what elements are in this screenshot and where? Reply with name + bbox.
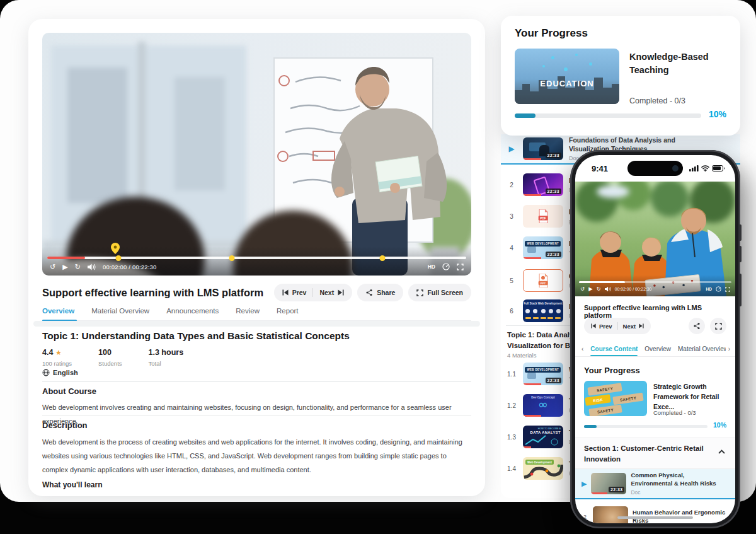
screenshot-canvas: ↺ ▶ ↻ 00:02:00 / 00:22:30 HD Support eff… [0,0,756,534]
phone-page-title: Support effective learning with LMS plat… [584,304,728,319]
topic-stats: 4.4 ★ 100 ratings 100 Students 1.3 hours… [42,348,183,367]
your-progress-card: Your Progress EDUCATION Knowledge-Based … [501,16,740,136]
tab-material-overview[interactable]: Material Overview [91,307,149,315]
phone-video-controls: ↺ ▶ ↻ 00:02:00 / 00:22:30 HD [575,275,735,296]
phone-progress-course-title: Strategic Growth Framework for Retail Ex… [653,382,730,412]
svg-text:PPT: PPT [541,282,546,285]
prev-button[interactable]: Prev [599,323,612,330]
playing-indicator-icon: ▶ [581,480,587,488]
progress-heading: Your Progress [515,27,588,40]
battery-icon [712,165,725,171]
materials-count: 4 Materials [507,352,536,359]
material-thumbnail: WEB DEVELOPMENT 22:33 [523,363,563,385]
phone-progress-bar[interactable] [579,281,731,284]
material-thumbnail: HOW TO BECOME A DATA ANALYST [523,426,563,448]
dynamic-island [627,161,683,176]
fullscreen-icon[interactable] [457,264,464,270]
hd-badge[interactable]: HD [706,287,712,291]
ppt-file-icon: PPT [523,269,563,292]
share-button[interactable]: Share [357,284,403,301]
volume-icon[interactable] [605,286,611,292]
divider [42,381,471,382]
fullscreen-icon[interactable] [725,287,730,292]
infinity-icon: ∞ [523,398,563,410]
divider [312,288,313,297]
forward-icon[interactable]: ↻ [597,286,601,292]
phone-course-thumbnail: SAFETY RISK SAFETY SAFETY [584,381,647,416]
classroom-video-frame [42,33,471,276]
next-button[interactable]: Next [319,289,334,296]
hd-badge[interactable]: HD [428,264,435,270]
prev-next-control: Prev Next [584,318,651,334]
divider [42,415,471,415]
video-player[interactable]: ↺ ▶ ↻ 00:02:00 / 00:22:30 HD [42,33,471,276]
play-icon[interactable]: ▶ [62,264,67,270]
full-screen-button[interactable]: Full Screen [408,284,471,301]
share-icon [365,289,373,296]
chapter-pin-icon [111,243,120,254]
tab-material-overview[interactable]: Material Overview [678,345,728,352]
material-thumbnail: WEB DEVELOPMENT 22:33 [523,236,563,259]
skip-next-icon[interactable] [338,289,344,296]
material-thumbnail: Web Development [523,457,563,480]
prev-button[interactable]: Prev [292,289,307,296]
rewind-icon[interactable]: ↺ [580,286,585,292]
skip-prev-icon[interactable] [282,289,289,296]
playing-indicator-icon: ▶ [506,144,517,153]
language-row: English [42,369,78,376]
playback-speed-icon[interactable] [442,263,450,270]
skip-prev-icon[interactable] [591,323,596,328]
phone-power-button [739,274,742,306]
tab-overview[interactable]: Overview [42,307,74,315]
description-text: Web development is the process of creati… [42,435,471,477]
material-thumbnail: Full Stack Web Development [523,299,563,322]
material-thumbnail [593,506,628,523]
phone-material-row[interactable]: ▶ 22:33 Common Physical, Environmental &… [575,469,735,499]
material-type: Doc [631,489,726,496]
tab-course-content[interactable]: Course Content [590,345,638,352]
share-button[interactable] [689,318,705,334]
phone-progress-percent: 10% [713,421,726,429]
phone-material-row[interactable]: 2 Human Behavior and Ergonomic Risks [575,502,735,523]
stat-duration: 1.3 hours Total [149,348,184,367]
material-thumbnail: 22:33 [523,137,563,160]
phone-video-player[interactable]: ↺ ▶ ↻ 00:02:00 / 00:22:30 HD [575,182,735,296]
progress-completed: Completed - 0/3 [629,96,685,105]
course-tabs: Overview Material Overview Announcements… [42,307,471,322]
page-title: Support effective learning with LMS plat… [42,287,263,299]
svg-text:PDF: PDF [540,217,546,220]
play-icon[interactable]: ▶ [588,286,593,292]
video-progress-fill [47,257,85,259]
skip-next-icon[interactable] [639,323,644,328]
what-you-learn-heading: What you'll learn [42,480,103,489]
material-thumbnail: 22:33 [523,173,563,196]
pdf-file-icon: PDF [523,205,563,228]
progress-course-title: Knowledge-Based Teaching [629,50,730,77]
playback-speed-icon[interactable] [716,286,721,292]
chevron-up-icon[interactable] [718,450,725,454]
rewind-icon[interactable]: ↺ [50,264,55,270]
section-header[interactable]: Section 1: Customer-Centric Retail Innov… [575,438,735,469]
progress-percent: 10% [709,109,726,119]
stat-rating: 4.4 ★ 100 ratings [42,348,72,367]
chevron-right-icon[interactable]: › [726,345,730,352]
course-thumbnail: EDUCATION [515,49,619,104]
tab-announcements[interactable]: Announcements [166,307,219,315]
next-button[interactable]: Next [623,323,636,330]
phone-progress-completed: Completed - 0/3 [653,409,696,416]
phone-screen: 9:41 [575,155,735,523]
forward-icon[interactable]: ↻ [75,264,81,270]
phone-volume-button [739,224,742,241]
chevron-left-icon[interactable]: ‹ [581,345,583,352]
full-screen-button[interactable] [710,318,726,334]
phone-tabs: ‹ Course Content Overview Material Overv… [575,342,735,357]
video-controls-overlay: ↺ ▶ ↻ 00:02:00 / 00:22:30 HD [42,247,471,276]
tab-report[interactable]: Report [277,307,299,315]
about-course-text: Web development involves creating and ma… [42,400,471,428]
tab-overview[interactable]: Overview [644,345,671,352]
video-progress-bar[interactable] [47,257,466,259]
status-bar-time: 9:41 [592,164,608,173]
tab-review[interactable]: Review [236,307,260,315]
home-indicator[interactable] [617,516,693,519]
volume-icon[interactable] [88,264,96,270]
